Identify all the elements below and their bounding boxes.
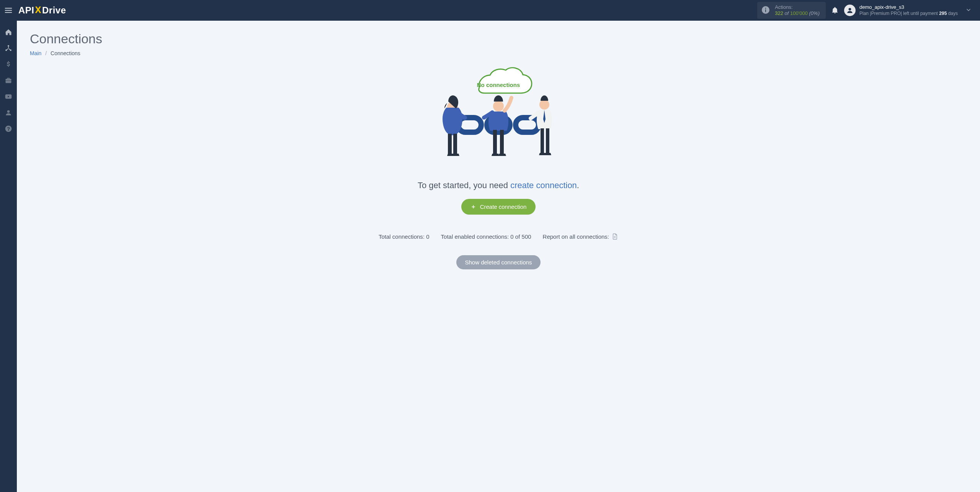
breadcrumb-main[interactable]: Main (30, 50, 41, 56)
enabled-connections-value: 0 of 500 (510, 233, 531, 240)
svg-rect-20 (493, 130, 497, 154)
user-menu-caret[interactable] (965, 7, 972, 14)
user-lines: demo_apix-drive_s3 Plan |Premium PRO| le… (859, 4, 958, 16)
svg-point-5 (765, 8, 766, 9)
total-connections: Total connections: 0 (379, 233, 430, 240)
svg-rect-17 (448, 134, 452, 154)
user-name: demo_apix-drive_s3 (859, 4, 958, 10)
notifications-button[interactable] (831, 7, 839, 14)
plan-prefix: Plan | (859, 11, 871, 16)
create-connection-button[interactable]: ＋ Create connection (461, 199, 536, 215)
page-title: Connections (30, 31, 967, 46)
plan-sep: | left until payment (901, 11, 939, 16)
actions-percent: (0%) (808, 10, 820, 16)
topbar: APIXDrive Actions: 322 of 100'000 (0%) d… (0, 0, 980, 21)
lead-prefix: To get started, you need (418, 180, 510, 190)
sidebar-item-account[interactable] (0, 105, 17, 120)
report-label: Report on all connections: (543, 233, 609, 240)
enabled-connections: Total enabled connections: 0 of 500 (441, 233, 531, 240)
plan-days: 295 (939, 11, 947, 16)
report-all-connections[interactable]: Report on all connections: (543, 233, 618, 240)
plus-icon: ＋ (470, 203, 476, 210)
actions-of: of (783, 10, 790, 16)
breadcrumb-sep: / (45, 50, 47, 56)
lead-text: To get started, you need create connecti… (326, 180, 671, 190)
create-connection-label: Create connection (480, 203, 527, 210)
svg-rect-21 (500, 130, 504, 154)
plan-name: Premium PRO (871, 11, 900, 16)
svg-point-22 (539, 100, 549, 110)
actions-label: Actions: (775, 4, 820, 10)
show-deleted-connections-button[interactable]: Show deleted connections (456, 255, 540, 269)
sidebar-item-home[interactable] (0, 25, 17, 40)
plan-suffix: days (947, 11, 958, 16)
show-deleted-label: Show deleted connections (465, 259, 532, 266)
document-icon (611, 233, 618, 240)
stats-row: Total connections: 0 Total enabled conne… (326, 233, 671, 240)
menu-toggle[interactable] (1, 0, 16, 21)
svg-point-12 (5, 126, 12, 132)
empty-state: No connections (326, 65, 671, 269)
svg-point-7 (8, 45, 9, 47)
svg-point-6 (849, 8, 851, 11)
actions-current: 322 (775, 10, 783, 16)
illustration-wrap: No connections (326, 65, 671, 172)
breadcrumb: Main / Connections (30, 50, 967, 56)
no-connections-illustration: No connections (430, 65, 567, 172)
sidebar-item-connections[interactable] (0, 41, 17, 56)
avatar-icon (844, 5, 856, 16)
svg-rect-4 (765, 9, 766, 12)
actions-usage-box[interactable]: Actions: 322 of 100'000 (0%) (757, 2, 826, 18)
brand-suffix: Drive (42, 5, 66, 16)
topbar-right: Actions: 322 of 100'000 (0%) demo_apix-d… (757, 2, 979, 18)
sidebar-item-billing[interactable] (0, 57, 17, 72)
breadcrumb-current: Connections (51, 50, 80, 56)
user-menu[interactable]: demo_apix-drive_s3 Plan |Premium PRO| le… (844, 4, 958, 16)
svg-rect-24 (546, 128, 549, 154)
total-connections-label: Total connections: (379, 233, 426, 240)
enabled-connections-label: Total enabled connections: (441, 233, 511, 240)
actions-numbers: 322 of 100'000 (0%) (775, 10, 820, 16)
create-connection-link[interactable]: create connection (510, 180, 577, 190)
lead-tail: . (577, 180, 579, 190)
main-content: Connections Main / Connections No connec… (17, 21, 980, 492)
sidebar-item-briefcase[interactable] (0, 73, 17, 88)
svg-rect-23 (541, 128, 544, 154)
sidebar (0, 21, 17, 492)
svg-point-11 (7, 110, 10, 113)
sidebar-item-videos[interactable] (0, 89, 17, 104)
brand-logo[interactable]: APIXDrive (18, 5, 66, 16)
svg-rect-15 (516, 118, 539, 132)
sidebar-item-help[interactable] (0, 121, 17, 136)
total-connections-value: 0 (426, 233, 429, 240)
svg-point-19 (493, 101, 504, 112)
cloud-label: No connections (477, 82, 520, 88)
actions-max: 100'000 (790, 10, 808, 16)
actions-usage-text: Actions: 322 of 100'000 (0%) (775, 4, 820, 16)
info-icon (761, 5, 770, 16)
brand-x: X (35, 5, 42, 15)
brand-prefix: API (18, 5, 34, 16)
svg-rect-18 (453, 134, 457, 154)
user-plan: Plan |Premium PRO| left until payment 29… (859, 11, 958, 16)
